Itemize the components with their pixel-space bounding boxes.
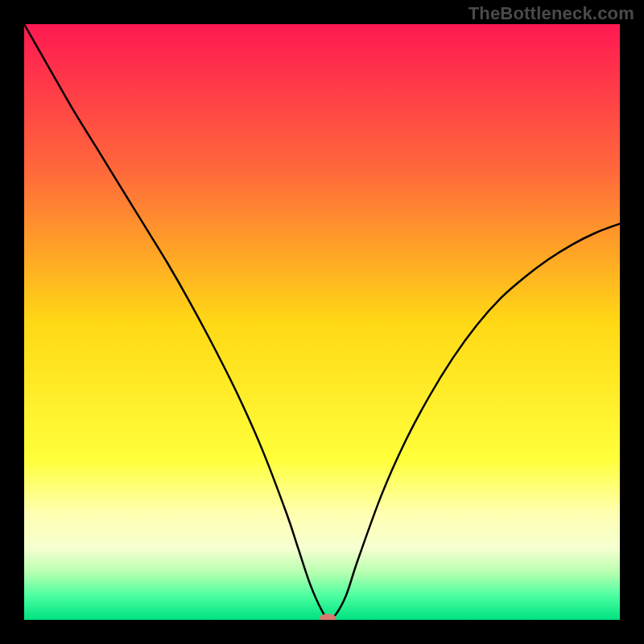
chart-frame: TheBottleneck.com — [0, 0, 644, 644]
watermark-text: TheBottleneck.com — [469, 3, 634, 24]
plot-area — [24, 24, 620, 620]
chart-svg — [24, 24, 620, 620]
gradient-background — [24, 24, 620, 620]
